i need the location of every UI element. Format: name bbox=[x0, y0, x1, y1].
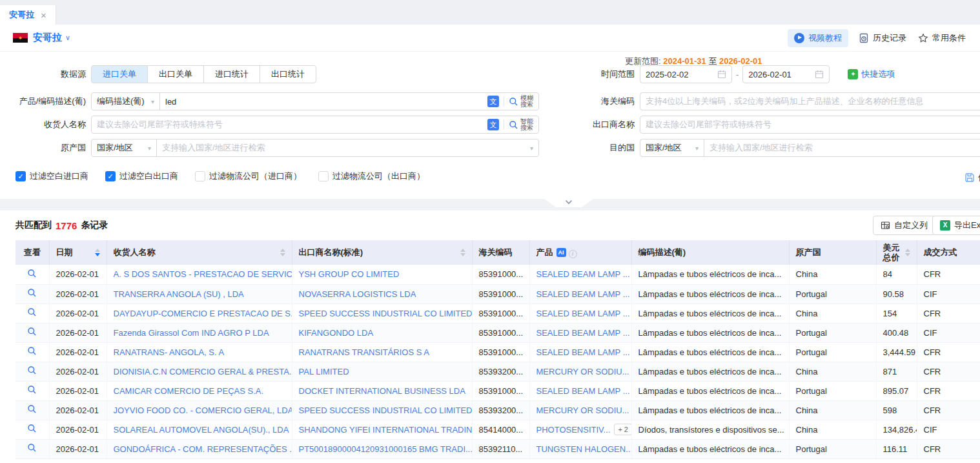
view-record-icon[interactable] bbox=[27, 307, 37, 317]
update-range-conj: 至 bbox=[708, 56, 717, 66]
translate-icon[interactable]: 文 bbox=[487, 96, 499, 107]
tab-export-declarations[interactable]: 出口关单 bbox=[147, 65, 204, 83]
hs-code-input[interactable]: 支持4位以上海关编码，或2位海关编码加上产品描述、企业名称的任意信息 bbox=[640, 92, 980, 110]
view-record-icon[interactable] bbox=[27, 346, 37, 356]
product-link[interactable]: SEALED BEAM LAMP ... bbox=[536, 328, 630, 338]
country-selector[interactable]: 安哥拉 bbox=[33, 32, 62, 44]
favorites-label: 常用条件 bbox=[932, 32, 966, 44]
exporter-link[interactable]: SHANDONG YIFEI INTERNATIONAL TRADIN... bbox=[299, 425, 473, 435]
cell-description: Díodos, transístores e dispositivos se..… bbox=[631, 420, 789, 439]
export-excel-button[interactable]: X 导出Exc bbox=[932, 216, 980, 235]
smart-search-button[interactable]: 智能搜索 bbox=[509, 118, 533, 131]
consignee-input[interactable]: 建议去除公司尾部字符或特殊符号 文 智能搜索 bbox=[91, 116, 539, 134]
view-record-icon[interactable] bbox=[27, 269, 37, 278]
product-link[interactable]: SEALED BEAM LAMP ... bbox=[536, 309, 630, 318]
header-consignee[interactable]: 收货人名称 bbox=[107, 240, 292, 265]
consignee-link[interactable]: JOYVIO FOOD CO. - COMERCIO GERAL, LDA bbox=[114, 406, 292, 415]
favorites-button[interactable]: 常用条件 bbox=[917, 29, 967, 47]
exporter-link[interactable]: KIFANGONDO LDA bbox=[299, 328, 374, 338]
product-link[interactable]: SEALED BEAM LAMP ... bbox=[536, 269, 630, 279]
product-link[interactable]: TUNGSTEN HALOGEN... bbox=[536, 444, 632, 454]
cell-incoterm: CFR bbox=[917, 381, 980, 400]
exporter-input[interactable]: 建议去除公司尾部字符或特殊符号 bbox=[640, 116, 980, 134]
destination-country-select[interactable]: 国家/地区 ▾ bbox=[640, 139, 704, 157]
date-to-input[interactable]: 2026-02-01 bbox=[742, 65, 830, 83]
exporter-link[interactable]: RANATRANS TRANSITÁRIOS S A bbox=[299, 347, 430, 357]
consignee-link[interactable]: RANATRANS- ANGOLA, S. A bbox=[114, 347, 225, 357]
quick-options-icon: ✦ bbox=[848, 69, 858, 79]
consignee-link[interactable]: DIONISIA.C.N COMERCIO GERAL & PRESTA... bbox=[114, 367, 292, 376]
header-exporter[interactable]: 出口商名称(标准) bbox=[292, 240, 472, 265]
translate-icon[interactable]: 文 bbox=[487, 119, 499, 130]
exporter-link[interactable]: PAL LIMITED bbox=[299, 367, 349, 376]
cell-incoterm: CFR bbox=[917, 439, 980, 458]
search-icon bbox=[509, 97, 518, 107]
product-search-input[interactable]: led 文 模糊搜索 bbox=[159, 92, 539, 110]
product-field-select[interactable]: 编码描述(葡) ▾ bbox=[91, 92, 160, 110]
view-record-icon[interactable] bbox=[27, 365, 37, 375]
exporter-link[interactable]: YSH GROUP CO LIMITED bbox=[299, 269, 400, 279]
product-link[interactable]: SEALED BEAM LAMP ... bbox=[536, 386, 630, 396]
checkbox-unchecked-icon[interactable] bbox=[318, 171, 329, 181]
origin-select-value: 国家/地区 bbox=[97, 142, 133, 154]
view-record-icon[interactable] bbox=[27, 424, 37, 433]
cell-description: Lâmpadas e tubos eléctricos de inca... bbox=[631, 400, 789, 420]
header-usd-value[interactable]: 美元总价 bbox=[876, 240, 917, 265]
checkbox-filter-logistics-importer[interactable]: 过滤物流公司（进口商） bbox=[195, 170, 301, 182]
customize-columns-button[interactable]: 自定义列 bbox=[873, 216, 935, 235]
view-record-icon[interactable] bbox=[27, 327, 37, 336]
consignee-link[interactable]: Fazenda Girassol Com IND AGRO P LDA bbox=[114, 328, 269, 338]
fuzzy-search-button[interactable]: 模糊搜索 bbox=[509, 95, 533, 108]
history-button[interactable]: 历史记录 bbox=[857, 29, 908, 47]
header-date[interactable]: 日期 bbox=[49, 240, 107, 265]
tab-export-statistics[interactable]: 出口统计 bbox=[260, 65, 316, 83]
view-record-icon[interactable] bbox=[27, 404, 37, 414]
checkbox-checked-icon[interactable] bbox=[15, 171, 26, 181]
cell-usd-value: 154 bbox=[876, 304, 917, 323]
origin-country-select[interactable]: 国家/地区 ▾ bbox=[91, 139, 157, 157]
date-to-value: 2026-02-01 bbox=[748, 70, 815, 79]
checkbox-filter-logistics-exporter[interactable]: 过滤物流公司（出口商） bbox=[318, 170, 425, 182]
collapse-filters-button[interactable] bbox=[544, 199, 593, 207]
tab-import-declarations[interactable]: 进口关单 bbox=[91, 65, 148, 83]
consignee-link[interactable]: GONDOÁFRICA - COM. REPRESENTAÇÕES ... bbox=[114, 444, 292, 454]
date-from-input[interactable]: 2025-02-02 bbox=[640, 65, 732, 83]
info-icon[interactable]: i bbox=[569, 250, 577, 258]
product-link[interactable]: MERCURY OR SODIU... bbox=[536, 406, 629, 415]
save-conditions-button[interactable]: 保存条件 bbox=[965, 172, 980, 183]
chevron-down-icon[interactable]: ∨ bbox=[65, 34, 70, 42]
view-record-icon[interactable] bbox=[27, 443, 37, 453]
video-tutorial-button[interactable]: 视频教程 bbox=[788, 29, 848, 47]
fuzzy-search-label: 模糊搜索 bbox=[520, 95, 533, 108]
exporter-link[interactable]: NOVASERRA LOGISTICS LDA bbox=[299, 289, 416, 299]
checkbox-checked-icon[interactable] bbox=[105, 171, 116, 181]
search-icon bbox=[509, 120, 518, 130]
exporter-link[interactable]: SPEED SUCCESS INDUSTRIAL CO LIMITED bbox=[299, 406, 473, 415]
view-record-icon[interactable] bbox=[27, 385, 37, 395]
checkbox-unchecked-icon[interactable] bbox=[195, 171, 205, 181]
tab-angola[interactable]: 安哥拉 × bbox=[0, 5, 56, 25]
exporter-link[interactable]: SPEED SUCCESS INDUSTRIAL CO LIMITED bbox=[299, 309, 473, 318]
checkbox-filter-blank-exporter[interactable]: 过滤空白出口商 bbox=[105, 170, 178, 182]
product-link[interactable]: PHOTOSENSITIV... bbox=[536, 425, 611, 435]
product-link[interactable]: SEALED BEAM LAMP ... bbox=[536, 347, 630, 357]
destination-country-input[interactable]: 支持输入国家/地区进行检索 bbox=[704, 139, 980, 157]
exporter-link[interactable]: PT50018900004120931000165 BMG TRADI... bbox=[299, 444, 473, 454]
quick-options-button[interactable]: ✦ 快捷选项 bbox=[848, 68, 895, 80]
checkbox-filter-blank-importer[interactable]: 过滤空白进口商 bbox=[15, 170, 88, 182]
product-link[interactable]: SEALED BEAM LAMP ... bbox=[536, 289, 630, 299]
origin-country-input[interactable]: 支持输入国家/地区进行检索 ▾ bbox=[156, 139, 539, 157]
date-from-value: 2025-02-02 bbox=[646, 70, 717, 79]
calendar-icon bbox=[717, 70, 726, 79]
exporter-link[interactable]: DOCKET INTERNATIONAL BUSINESS LDA bbox=[299, 386, 465, 396]
tab-import-statistics[interactable]: 进口统计 bbox=[203, 65, 260, 83]
consignee-link[interactable]: A. S DOS SANTOS - PRESTACAO DE SERVIC... bbox=[114, 269, 292, 279]
consignee-link[interactable]: DAYDAYUP-COMERCIO E PRESTACAO DE S... bbox=[114, 309, 292, 318]
more-products-badge[interactable]: + 2 bbox=[614, 424, 631, 435]
view-record-icon[interactable] bbox=[27, 288, 37, 298]
consignee-link[interactable]: CAMICAR COMERCIO DE PEÇAS S.A. bbox=[114, 386, 264, 396]
product-link[interactable]: MERCURY OR SODIU... bbox=[536, 367, 629, 376]
consignee-link[interactable]: SOLAREAL AUTOMOVEL ANGOLA(SU)., LDA bbox=[114, 425, 289, 435]
close-icon[interactable]: × bbox=[41, 10, 46, 20]
consignee-link[interactable]: TRANSERRA ANGOLA (SU) , LDA bbox=[114, 289, 244, 299]
